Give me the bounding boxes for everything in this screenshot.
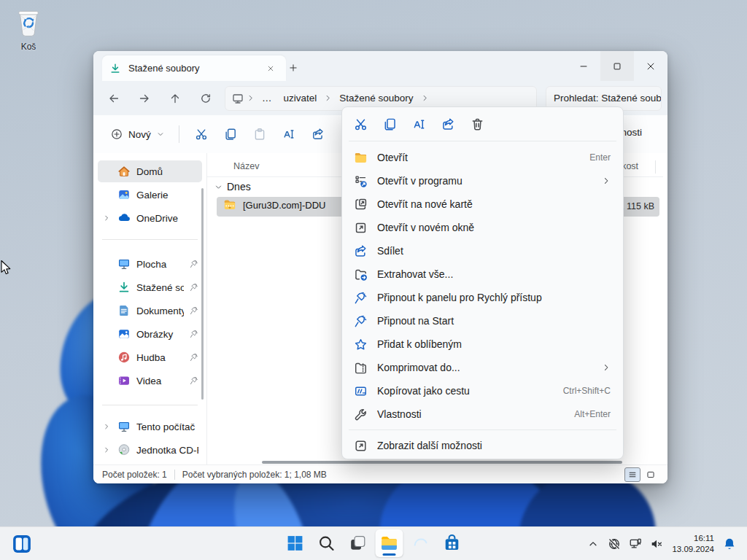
active-app-indicator [383,553,396,556]
menu-item-pin-quick-access[interactable]: Připnout k panelu pro Rychlý přístup [346,286,619,309]
menu-item-properties[interactable]: Vlastnosti Alt+Enter [346,402,619,426]
recycle-bin-icon [13,6,44,38]
sidebar-item-downloads[interactable]: Stažené soub [98,276,202,298]
minimize-button[interactable] [567,51,600,81]
pin-icon [190,306,198,315]
new-tab-button[interactable] [283,58,303,77]
new-button[interactable]: Nový [104,122,171,146]
chevron-down-icon [214,183,222,191]
plus-circle-icon [111,128,123,140]
share-icon[interactable] [438,114,458,133]
sidebar-item-cd-drive[interactable]: Jednotka CD-RO [98,439,202,461]
details-view-button[interactable] [624,467,640,482]
zip-folder-icon [223,198,236,211]
pin-icon [190,283,198,292]
task-view-icon [349,534,367,552]
menu-item-pin-start[interactable]: Připnout na Start [346,309,619,332]
delete-icon[interactable] [467,114,487,133]
more-options-icon [354,439,368,453]
file-explorer-icon [380,534,399,553]
sidebar-item-this-pc[interactable]: Tento počítač [98,416,202,438]
store-button[interactable] [438,529,466,557]
sidebar-scrollbar[interactable] [201,188,204,400]
rename-icon[interactable] [409,114,429,133]
pin-icon [190,353,198,362]
large-icons-view-button[interactable] [643,467,659,482]
tab-downloads[interactable]: Stažené soubory [102,55,286,81]
menu-item-add-favorites[interactable]: Přidat k oblíbeným [346,332,619,356]
group-header-today[interactable]: Dnes [214,181,251,192]
file-row[interactable]: [Guru3D.com]-DDU [223,198,325,211]
search-button[interactable] [313,529,341,557]
horizontal-scrollbar[interactable] [262,461,622,464]
menu-item-open-with[interactable]: Otevřít v programu [346,169,619,192]
share-button[interactable] [303,121,333,147]
sidebar-item-home[interactable]: Domů [98,160,202,182]
volume-muted-icon[interactable] [648,534,665,553]
paste-button[interactable] [245,121,274,147]
start-button[interactable] [282,529,309,557]
close-button[interactable] [634,51,667,81]
notification-bell-button[interactable] [721,534,738,553]
up-button[interactable] [160,85,190,112]
copy-icon[interactable] [379,114,400,133]
copy-button[interactable] [216,121,245,147]
refresh-button[interactable] [191,85,220,112]
file-name: [Guru3D.com]-DDU [243,200,325,211]
column-separator[interactable] [655,160,656,174]
menu-item-compress[interactable]: Komprimovat do... [346,356,619,379]
sidebar-item-gallery[interactable]: Galerie [98,184,202,206]
chevron-right-icon[interactable] [103,423,110,430]
file-explorer-button[interactable] [376,529,403,557]
open-new-window-icon [354,221,368,235]
context-menu-quick-actions [346,112,619,139]
menu-item-open-new-window[interactable]: Otevřít v novém okně [346,216,619,239]
tab-close-button[interactable] [263,61,279,77]
sidebar-item-videos[interactable]: Videa [98,370,202,392]
cut-button[interactable] [187,121,216,147]
back-button[interactable] [99,85,128,112]
sidebar-item-documents[interactable]: Dokumenty [98,300,202,322]
videos-icon [117,374,131,387]
sidebar-item-onedrive[interactable]: OneDrive [98,207,202,229]
tray-overflow-button[interactable] [584,534,602,553]
forward-button[interactable] [130,85,159,112]
shortcut-label: Alt+Enter [574,409,611,419]
recycle-bin-shortcut[interactable]: Koš [7,6,50,52]
clock[interactable]: 16:11 13.09.2024 [669,533,717,555]
menu-item-extract-all[interactable]: Extrahovat vše... [346,262,619,286]
pin-icon [190,260,198,268]
menu-item-open[interactable]: Otevřít Enter [346,146,619,169]
cut-icon[interactable] [350,114,371,133]
task-view-button[interactable] [344,529,372,557]
menu-item-copy-as-path[interactable]: Kopírovat jako cestu Ctrl+Shift+C [346,379,619,402]
submenu-chevron-icon [602,176,611,185]
chevron-down-icon [157,131,164,138]
column-header-name[interactable]: Název [233,161,259,171]
device-icon[interactable] [231,93,244,104]
status-divider [174,470,175,480]
maximize-button[interactable] [600,51,634,81]
breadcrumb-user[interactable]: uzivatel [279,90,322,106]
pin-icon [190,376,198,385]
zip-icon [354,361,368,375]
no-internet-icon[interactable] [605,534,623,553]
breadcrumb-ellipsis[interactable]: … [257,90,277,106]
submenu-chevron-icon [602,363,611,372]
menu-item-open-new-tab[interactable]: Otevřít na nové kartě [346,192,619,216]
chevron-right-icon[interactable] [103,446,110,454]
chevron-right-icon [420,94,430,102]
chevron-right-icon[interactable] [103,214,110,222]
breadcrumb-downloads[interactable]: Stažené soubory [334,90,418,106]
menu-item-show-more-options[interactable]: Zobrazit další možnosti [346,434,619,457]
rename-button[interactable] [274,121,303,147]
sidebar-item-desktop[interactable]: Plocha [98,253,202,275]
item-count: Počet položek: 1 [102,470,167,480]
menu-item-share[interactable]: Sdílet [346,239,619,262]
ethernet-icon[interactable] [627,534,644,553]
edge-button[interactable] [407,529,435,557]
sidebar-item-music[interactable]: Hudba [98,346,202,368]
sidebar-item-pictures[interactable]: Obrázky [98,323,202,345]
toolbar-divider [179,125,179,143]
widgets-button[interactable] [10,532,33,555]
